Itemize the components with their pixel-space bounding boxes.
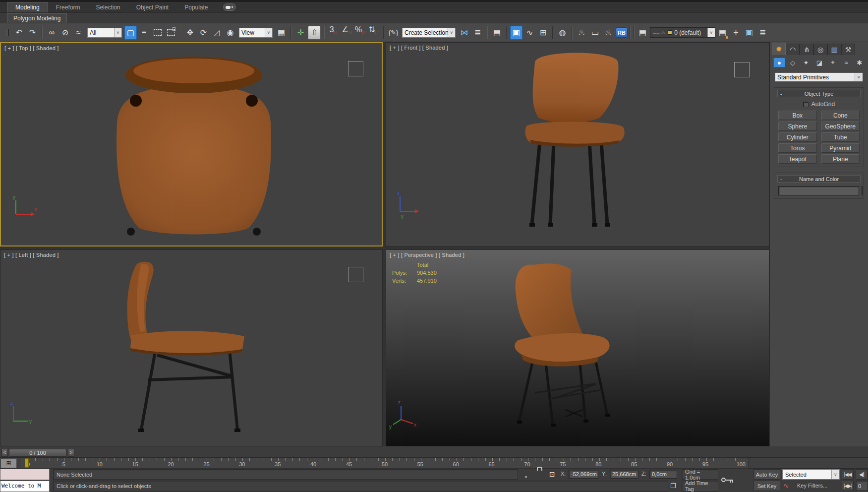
manipulate-cross-icon[interactable]: ✛ <box>294 26 307 40</box>
tab-utilities[interactable]: ⚒ <box>841 44 855 55</box>
current-frame-field[interactable]: 0 <box>856 481 868 491</box>
maxscript-mini-listener-macro[interactable] <box>0 469 50 480</box>
auto-key-button[interactable]: Auto Key <box>753 469 780 480</box>
object-type-button[interactable]: Teapot <box>778 154 817 164</box>
category-geometry-icon[interactable]: ● <box>773 58 785 67</box>
add-to-layer-icon[interactable]: + <box>730 26 742 40</box>
category-shapes-icon[interactable]: ◇ <box>787 58 799 67</box>
current-frame-marker[interactable] <box>25 458 29 468</box>
select-and-scale-icon[interactable]: ◿ <box>211 26 223 40</box>
select-and-rotate-icon[interactable]: ⟳ <box>197 26 210 40</box>
viewport-perspective-label[interactable]: [ + ] [ Perspective ] [ Shaded ] <box>390 252 464 258</box>
reference-coordinate-dropdown[interactable]: View ˅ <box>239 28 273 38</box>
render-production-icon[interactable]: ♨ <box>602 26 615 40</box>
schematic-view-icon[interactable]: ⊞ <box>537 26 549 40</box>
spinner-snap-icon[interactable]: ⇅∩ <box>368 26 380 40</box>
set-key-curve-icon[interactable]: ∿ <box>783 482 789 490</box>
layer-dropdown[interactable]: ‒ ‒ ♨ 0 (default) ˅ <box>650 27 715 38</box>
scene-explorer-toggle-icon[interactable]: ▣ <box>510 26 522 40</box>
percent-snap-icon[interactable]: %∩ <box>354 26 367 40</box>
object-type-rollout-header[interactable]: - Object Type <box>777 90 861 97</box>
curve-editor-icon[interactable]: ∿ <box>523 26 536 40</box>
manage-layers-icon[interactable]: ▤ <box>637 26 649 40</box>
select-and-move-icon[interactable]: ✥ <box>184 26 196 40</box>
render-setup-icon[interactable]: ♨ <box>576 26 588 40</box>
scene-object-box-outline[interactable] <box>348 267 363 282</box>
window-crossing-icon[interactable]: ▢ <box>165 26 177 40</box>
object-type-button[interactable]: Cone <box>821 111 860 120</box>
absolute-mode-icon[interactable]: ⊡ <box>549 470 555 478</box>
align-icon[interactable]: ≣ <box>471 26 484 40</box>
left-viewport-canvas[interactable]: z y <box>0 250 383 446</box>
ribbon-tab-object-paint[interactable]: Object Paint <box>128 2 176 12</box>
tab-display[interactable]: ▥ <box>827 44 841 55</box>
ribbon-display-toggle[interactable]: ▾ <box>223 3 236 11</box>
viewport-front-label[interactable]: [ + ] [ Front ] [ Shaded ] <box>390 45 448 51</box>
object-type-button[interactable]: Box <box>778 111 817 120</box>
category-spacewarps-icon[interactable]: ≈ <box>840 58 852 67</box>
key-filter-set-dropdown[interactable]: Selected ˅ <box>782 469 840 480</box>
object-name-field[interactable] <box>778 186 859 195</box>
named-selection-sets-icon[interactable]: {✎} <box>387 26 400 40</box>
unlink-selection-icon[interactable]: ⊘ <box>59 26 71 40</box>
use-pivot-center-icon[interactable]: ▦ <box>275 26 288 40</box>
angle-snap-icon[interactable]: ∠∩ <box>341 26 353 40</box>
mini-curve-editor-button[interactable]: ⊞ <box>0 458 17 468</box>
z-coordinate-field[interactable]: 0,0cm <box>649 470 677 479</box>
viewport-front[interactable]: [ + ] [ Front ] [ Shaded ] <box>386 42 769 246</box>
add-time-tag[interactable]: Add Time Tag <box>682 481 718 492</box>
category-cameras-icon[interactable]: ◪ <box>813 58 825 67</box>
maxscript-mini-listener-script[interactable]: Welcome to M <box>0 481 50 492</box>
viewport-top-label[interactable]: [ + ] [ Top ] [ Shaded ] <box>4 45 58 51</box>
object-type-button[interactable]: GeoSphere <box>821 122 860 131</box>
object-color-swatch[interactable] <box>862 186 863 195</box>
layer-manager-icon[interactable]: ▤ <box>491 26 503 40</box>
rectangular-selection-region-icon[interactable] <box>151 26 164 40</box>
select-similar-icon[interactable]: ≣ <box>756 26 769 40</box>
selection-filter-dropdown[interactable]: All ˅ <box>87 28 122 38</box>
key-filters-button[interactable]: Key Filters... <box>797 483 827 489</box>
top-viewport-canvas[interactable]: y x <box>1 43 383 246</box>
y-coordinate-field[interactable]: 25,668cm <box>610 470 638 479</box>
select-and-manipulate-icon[interactable]: ◉ <box>224 26 236 40</box>
previous-frame-button[interactable]: < <box>1 449 8 457</box>
go-to-start-icon[interactable]: |◀◀ <box>842 469 854 480</box>
ribbon-tab-populate[interactable]: Populate <box>176 2 216 12</box>
material-editor-icon[interactable]: ◍ <box>556 26 569 40</box>
ribbon-tab-modeling[interactable]: Modeling <box>7 2 48 12</box>
select-object-icon[interactable]: ▢ <box>124 26 137 40</box>
rendered-frame-window-icon[interactable]: ▭ <box>589 26 601 40</box>
snaps-toggle-3d-icon[interactable]: 3∩ <box>328 26 340 40</box>
category-systems-icon[interactable]: ✱ <box>854 58 866 67</box>
x-coordinate-field[interactable]: -52,069cm <box>569 470 598 479</box>
tab-motion[interactable]: ◎ <box>813 44 827 55</box>
tab-modify[interactable]: ◠ <box>786 44 800 55</box>
named-selection-set-combo[interactable]: Create Selection Se ˅ <box>402 28 456 38</box>
polygon-modeling-panel-tab[interactable]: Polygon Modeling <box>7 13 67 23</box>
front-viewport-canvas[interactable]: z y <box>386 43 769 246</box>
render-in-cloud-badge[interactable]: RB <box>616 27 628 38</box>
previous-frame-icon[interactable]: ◀|| <box>856 469 868 480</box>
select-by-name-icon[interactable]: ≡ <box>138 26 150 40</box>
isolate-selection-icon[interactable]: ▣ <box>743 26 755 40</box>
undo-icon[interactable]: ↶ <box>13 26 25 40</box>
object-type-button[interactable]: Sphere <box>778 122 817 131</box>
category-helpers-icon[interactable]: ⌖ <box>827 58 839 67</box>
mirror-icon[interactable]: ⋈ <box>458 26 470 40</box>
object-type-button[interactable]: Torus <box>778 143 817 153</box>
viewport-perspective[interactable]: [ + ] [ Perspective ] [ Shaded ] Total P… <box>386 249 769 446</box>
scene-object-box-outline[interactable] <box>734 62 750 77</box>
object-type-button[interactable]: Cylinder <box>778 132 817 142</box>
object-type-button[interactable]: Plane <box>821 154 860 164</box>
key-mode-toggle-icon[interactable]: |◀▶| <box>842 481 854 491</box>
window-icon[interactable]: ❐ <box>670 482 676 490</box>
track-bar[interactable]: ⊞ 05101520253035404550556065707580859095… <box>0 458 868 469</box>
create-new-layer-icon[interactable]: ▤ <box>716 26 729 40</box>
toolbar-grip[interactable] <box>6 29 9 36</box>
set-key-button[interactable]: Set Key <box>753 481 780 491</box>
object-type-button[interactable]: Pyramid <box>821 143 860 153</box>
tab-hierarchy[interactable]: ⋔ <box>800 44 813 55</box>
viewport-left-label[interactable]: [ + ] [ Left ] [ Shaded ] <box>4 252 58 258</box>
category-lights-icon[interactable]: ✦ <box>800 58 812 67</box>
name-and-color-rollout-header[interactable]: - Name and Color <box>777 175 861 183</box>
